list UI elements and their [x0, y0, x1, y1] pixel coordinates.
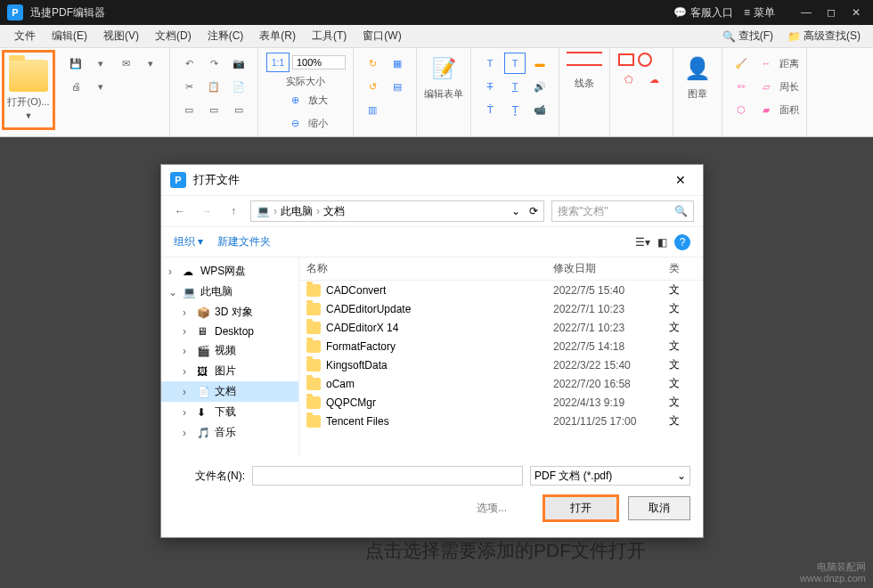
dropdown-icon[interactable]: ▾: [90, 76, 111, 97]
options-button[interactable]: 选项...: [477, 501, 507, 516]
tree-item[interactable]: ›🖥Desktop: [161, 323, 298, 340]
text-icon[interactable]: T̂: [479, 99, 501, 120]
menu-tool[interactable]: 工具(T): [305, 26, 354, 46]
crumb-folder[interactable]: 文档: [323, 204, 345, 219]
line-icon[interactable]: [567, 64, 602, 66]
menu-window[interactable]: 窗口(W): [355, 26, 408, 46]
cancel-button[interactable]: 取消: [628, 496, 690, 520]
line-icon[interactable]: [567, 52, 602, 53]
zoom-select[interactable]: [292, 55, 346, 69]
maximize-button[interactable]: ◻: [821, 4, 841, 21]
shape-icon[interactable]: ⬡: [730, 99, 752, 120]
file-row[interactable]: CADConvert2022/7/5 15:40文: [299, 281, 703, 299]
layout-icon[interactable]: ▤: [387, 76, 408, 97]
filetype-select[interactable]: PDF 文档 (*.pdf)⌄: [530, 466, 690, 486]
file-row[interactable]: CADEditorUpdate2022/7/1 10:23文: [299, 299, 703, 318]
tree-item[interactable]: ›🖼图片: [161, 361, 298, 381]
tree-item[interactable]: ›📄文档: [161, 381, 298, 402]
tree-item[interactable]: ›🎬视频: [161, 340, 298, 361]
zoomout-icon[interactable]: ⊖: [284, 112, 306, 134]
redo-icon[interactable]: ↷: [203, 53, 224, 74]
paste-icon[interactable]: 📄: [228, 76, 249, 97]
refresh-icon[interactable]: ⟳: [529, 205, 538, 217]
menu-button[interactable]: ≡ 菜单: [744, 5, 775, 20]
rect-icon[interactable]: [618, 53, 634, 66]
col-type[interactable]: 类: [669, 261, 696, 276]
menu-file[interactable]: 文件: [7, 26, 43, 46]
up-button[interactable]: ↑: [224, 201, 243, 221]
tree-item[interactable]: ›🎵音乐: [161, 422, 298, 443]
editform-icon[interactable]: 📝: [428, 53, 460, 85]
open-button[interactable]: 打开(O)... ▼: [2, 50, 55, 130]
col-name[interactable]: 名称: [306, 261, 553, 276]
file-row[interactable]: KingsoftData2022/3/22 15:40文: [299, 355, 703, 374]
help-icon[interactable]: ?: [674, 234, 690, 250]
newfolder-button[interactable]: 新建文件夹: [217, 234, 271, 249]
file-row[interactable]: QQPCMgr2022/4/13 9:19文: [299, 393, 703, 412]
video-icon[interactable]: 📹: [529, 99, 551, 120]
rotate-icon[interactable]: ↻: [362, 53, 383, 74]
rotate-icon[interactable]: ↺: [362, 76, 383, 97]
text-icon[interactable]: T: [479, 76, 501, 97]
page-icon[interactable]: ▭: [203, 99, 224, 120]
cloud-icon[interactable]: ☁: [643, 69, 665, 90]
preview-button[interactable]: ◧: [657, 236, 667, 249]
text-icon[interactable]: T: [479, 53, 501, 74]
circle-icon[interactable]: [638, 53, 652, 67]
search-input[interactable]: 搜索"文档" 🔍: [551, 200, 694, 222]
page-icon[interactable]: ▭: [178, 99, 200, 120]
text-tool-icon[interactable]: T: [504, 53, 526, 74]
sound-icon[interactable]: 🔊: [529, 76, 551, 97]
mail-icon[interactable]: ✉: [115, 53, 136, 74]
forward-button[interactable]: →: [197, 201, 216, 221]
eraser-icon[interactable]: 🧹: [730, 53, 752, 74]
back-button[interactable]: ←: [170, 201, 190, 221]
layout-icon[interactable]: ▦: [387, 53, 408, 74]
area-icon[interactable]: ▰: [755, 99, 777, 120]
page-icon[interactable]: ▭: [228, 99, 249, 120]
perimeter-icon[interactable]: ▱: [755, 76, 777, 97]
menu-document[interactable]: 文档(D): [148, 26, 199, 46]
dialog-close-button[interactable]: ✕: [667, 173, 694, 187]
file-row[interactable]: Tencent Files2021/11/25 17:00文: [299, 412, 703, 430]
organize-button[interactable]: 组织 ▾: [174, 234, 203, 249]
menu-edit[interactable]: 编辑(E): [45, 26, 94, 46]
chevron-down-icon[interactable]: ⌄: [511, 205, 520, 217]
camera-icon[interactable]: 📷: [228, 53, 249, 74]
file-row[interactable]: oCam2022/7/20 16:58文: [299, 374, 703, 393]
col-date[interactable]: 修改日期: [553, 261, 669, 276]
distance-icon[interactable]: ↔: [755, 53, 777, 74]
actual-size-icon[interactable]: 1:1: [266, 53, 290, 72]
breadcrumb[interactable]: 💻 › 此电脑 › 文档 ⌄ ⟳: [250, 200, 544, 222]
view-button[interactable]: ☰▾: [635, 236, 650, 249]
undo-icon[interactable]: ↶: [178, 53, 200, 74]
copy-icon[interactable]: 📋: [203, 76, 224, 97]
print-icon[interactable]: 🖨: [65, 76, 86, 97]
advfind-button[interactable]: 📁高级查找(S): [782, 27, 866, 45]
text-icon[interactable]: T̬: [504, 99, 526, 120]
tree-item[interactable]: ⌄💻此电脑: [161, 282, 298, 302]
crumb-root[interactable]: 此电脑: [281, 204, 313, 219]
close-button[interactable]: ✕: [846, 4, 866, 21]
cut-icon[interactable]: ✂: [178, 76, 200, 97]
dropdown-icon[interactable]: ▾: [140, 53, 161, 74]
tree-item[interactable]: ›⬇下载: [161, 402, 298, 422]
layout-icon[interactable]: ▥: [362, 99, 383, 120]
open-confirm-button[interactable]: 打开: [543, 494, 619, 522]
eraser-icon[interactable]: ✏: [730, 76, 752, 97]
tree-item[interactable]: ›☁WPS网盘: [161, 261, 298, 282]
menu-form[interactable]: 表单(R): [252, 26, 303, 46]
text-icon[interactable]: T: [504, 76, 526, 97]
save-icon[interactable]: 💾: [65, 53, 86, 74]
zoomin-icon[interactable]: ⊕: [284, 89, 306, 110]
stamp-icon[interactable]: 👤: [681, 53, 714, 85]
minimize-button[interactable]: —: [796, 4, 816, 21]
highlight-icon[interactable]: ▬: [529, 53, 551, 74]
menu-comment[interactable]: 注释(C): [200, 26, 251, 46]
find-button[interactable]: 🔍查找(F): [717, 27, 779, 45]
tree-item[interactable]: ›📦3D 对象: [161, 302, 298, 323]
dropdown-icon[interactable]: ▾: [90, 53, 111, 74]
file-row[interactable]: CADEditorX 142022/7/1 10:23文: [299, 318, 703, 337]
filename-input[interactable]: [252, 466, 523, 486]
file-row[interactable]: FormatFactory2022/7/5 14:18文: [299, 337, 703, 355]
